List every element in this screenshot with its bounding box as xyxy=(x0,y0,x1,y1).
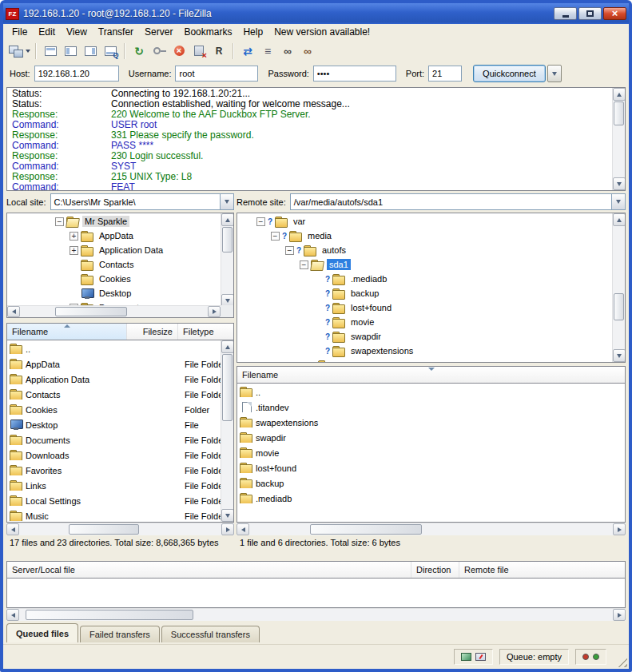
quickconnect-dropdown-button[interactable] xyxy=(547,65,562,82)
directory-comparison-button[interactable] xyxy=(278,42,297,60)
refresh-button[interactable] xyxy=(129,42,149,60)
file-row[interactable]: DocumentsFile Folder xyxy=(7,432,221,447)
message-log-scrollbar[interactable] xyxy=(612,88,625,190)
tree-item[interactable]: Cookies xyxy=(7,272,221,286)
disconnect-button[interactable] xyxy=(189,42,209,60)
file-row[interactable]: ContactsFile Folder xyxy=(7,387,221,402)
scrollbar-thumb[interactable] xyxy=(55,307,127,316)
tree-item[interactable]: var xyxy=(237,214,612,229)
file-row[interactable]: LinksFile Folder xyxy=(7,478,221,493)
cancel-button[interactable] xyxy=(169,42,189,60)
remote-tree-vscrollbar[interactable] xyxy=(612,213,625,362)
tree-item[interactable]: sda1 xyxy=(237,257,612,272)
tree-item[interactable]: backup xyxy=(237,286,612,300)
file-row[interactable]: backup xyxy=(237,475,625,491)
scroll-left-button[interactable] xyxy=(6,609,19,621)
site-manager-button[interactable] xyxy=(8,42,31,60)
title-bar[interactable]: 192.168.1.20 - root@192.168.1.20 - FileZ… xyxy=(3,3,629,24)
process-queue-button[interactable] xyxy=(149,42,169,60)
tree-expander-minus-icon[interactable] xyxy=(271,232,280,241)
file-row[interactable]: CookiesFolder xyxy=(7,402,221,417)
quickconnect-button[interactable]: Quickconnect xyxy=(473,65,546,82)
menu-item-new-version-available[interactable]: New version available! xyxy=(268,25,376,39)
column-header-server-local-file[interactable]: Server/Local file xyxy=(7,562,411,578)
file-row[interactable]: swapdir xyxy=(237,430,625,445)
tree-expander-minus-icon[interactable] xyxy=(256,217,265,226)
remote-list-hscrollbar[interactable] xyxy=(237,523,626,535)
file-row[interactable]: lost+found xyxy=(237,460,625,475)
scroll-up-button[interactable] xyxy=(613,88,626,101)
local-list-hscrollbar[interactable] xyxy=(6,523,234,535)
file-row[interactable]: AppDataFile Folder xyxy=(7,356,221,372)
transfer-queue-list[interactable] xyxy=(6,579,626,608)
local-tree-hscrollbar[interactable] xyxy=(7,305,221,317)
resize-grip[interactable] xyxy=(617,657,627,667)
speed-limits-icon[interactable] xyxy=(475,653,486,661)
scrollbar-thumb[interactable] xyxy=(26,610,193,620)
menu-item-bookmarks[interactable]: Bookmarks xyxy=(178,25,237,39)
synchronized-browsing-button[interactable] xyxy=(238,42,257,60)
tree-item[interactable]: autofs xyxy=(237,243,612,257)
scroll-down-button[interactable] xyxy=(613,349,626,362)
transfer-activity-icon[interactable] xyxy=(461,653,471,661)
tree-item[interactable]: .mediadb xyxy=(237,272,612,286)
tree-expander-plus-icon[interactable] xyxy=(70,232,78,241)
tree-item[interactable]: AppData xyxy=(7,229,221,243)
tab-queued-files[interactable]: Queued files xyxy=(6,623,78,642)
menu-item-edit[interactable]: Edit xyxy=(33,25,61,39)
tree-item[interactable]: lost+found xyxy=(237,300,612,315)
file-row[interactable]: movie xyxy=(237,445,625,460)
close-button[interactable] xyxy=(603,7,626,20)
toggle-queue-button[interactable] xyxy=(101,42,120,60)
toggle-message-log-button[interactable] xyxy=(41,42,60,60)
scroll-right-button[interactable] xyxy=(613,523,626,535)
scroll-left-button[interactable] xyxy=(6,523,19,535)
file-row[interactable]: FavoritesFile Folder xyxy=(7,463,221,478)
tree-item[interactable]: dvd xyxy=(237,358,612,362)
tree-item[interactable]: swapextensions xyxy=(237,344,612,358)
column-header-remote-file[interactable]: Remote file xyxy=(459,562,625,578)
password-input[interactable] xyxy=(313,66,396,82)
local-tree-vscrollbar[interactable] xyxy=(221,213,233,307)
tree-expander-minus-icon[interactable] xyxy=(55,217,64,226)
scrollbar-thumb[interactable] xyxy=(614,101,624,125)
scroll-right-button[interactable] xyxy=(208,306,221,317)
menu-item-server[interactable]: Server xyxy=(139,25,178,39)
remote-site-combo[interactable]: /var/media/autofs/sda1 xyxy=(290,193,626,210)
file-row[interactable]: Local SettingsFile Folder xyxy=(7,493,221,508)
site-manager-dropdown-icon[interactable] xyxy=(26,50,30,55)
tree-item[interactable]: swapdir xyxy=(237,329,612,344)
menu-item-view[interactable]: View xyxy=(61,25,93,39)
column-header-filename[interactable]: Filename xyxy=(237,367,625,383)
toggle-local-tree-button[interactable] xyxy=(61,42,80,60)
file-row[interactable]: .. xyxy=(7,341,221,356)
tree-item[interactable]: Contacts xyxy=(7,257,221,272)
tree-item[interactable]: media xyxy=(237,229,612,243)
scrollbar-thumb[interactable] xyxy=(614,293,624,320)
minimize-button[interactable] xyxy=(554,7,577,20)
column-header-filetype[interactable]: Filetype xyxy=(178,324,233,340)
file-row[interactable]: DownloadsFile Folder xyxy=(7,447,221,463)
scroll-up-button[interactable] xyxy=(613,213,626,226)
filter-button[interactable] xyxy=(258,42,277,60)
reconnect-button[interactable] xyxy=(209,42,229,60)
scrollbar-thumb[interactable] xyxy=(310,524,422,535)
file-row[interactable]: Application DataFile Folder xyxy=(7,372,221,387)
menu-item-transfer[interactable]: Transfer xyxy=(93,25,139,39)
toggle-remote-tree-button[interactable] xyxy=(81,42,100,60)
scrollbar-thumb[interactable] xyxy=(69,524,139,535)
scroll-left-button[interactable] xyxy=(237,523,249,535)
username-input[interactable] xyxy=(175,66,258,82)
scrollbar-thumb[interactable] xyxy=(222,354,233,421)
menu-item-file[interactable]: File xyxy=(6,25,33,39)
tree-expander-minus-icon[interactable] xyxy=(300,260,308,269)
file-row[interactable]: DesktopFile xyxy=(7,417,221,432)
scroll-right-button[interactable] xyxy=(221,523,234,535)
tree-item[interactable]: movie xyxy=(237,315,612,329)
tree-item[interactable]: Application Data xyxy=(7,243,221,257)
search-button[interactable] xyxy=(298,42,317,60)
scrollbar-thumb[interactable] xyxy=(222,227,233,252)
scroll-right-button[interactable] xyxy=(613,609,626,621)
tab-failed-transfers[interactable]: Failed transfers xyxy=(80,626,160,642)
file-row[interactable]: swapextensions xyxy=(237,415,625,430)
